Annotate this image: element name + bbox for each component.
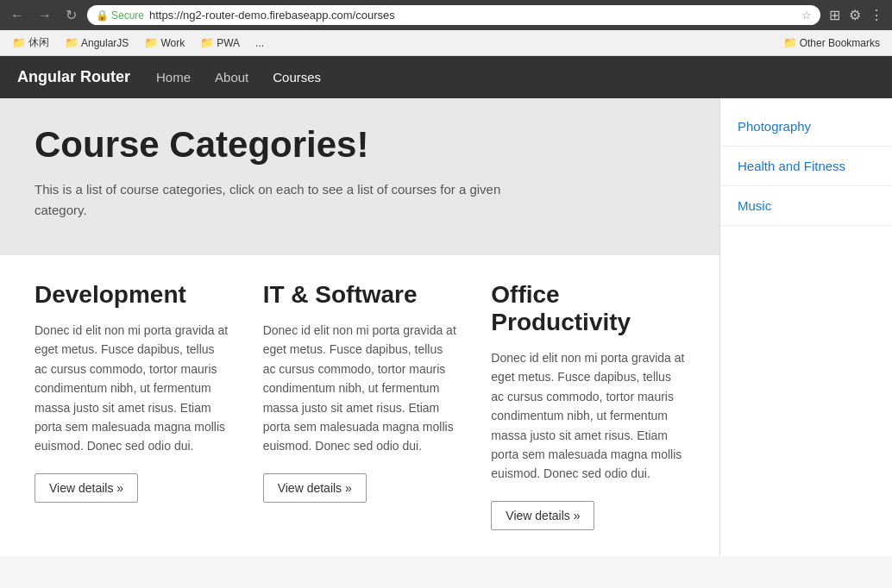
browser-more-icon[interactable]: ⋮ [868,5,885,25]
view-details-it-software[interactable]: View details » [263,473,367,503]
browser-chrome: ← → ↻ 🔒 Secure https://ng2-router-demo.f… [0,0,892,30]
secure-label: 🔒 Secure [96,9,144,22]
browser-menu-icon[interactable]: ⊞ [827,5,842,25]
sidebar: Photography Health and Fitness Music [719,98,892,556]
sidebar-link-health-fitness[interactable]: Health and Fitness [720,147,892,186]
folder-icon: 📁 [65,36,79,49]
bookmark-leisure[interactable]: 📁 休闲 [7,34,54,52]
bookmark-star-icon[interactable]: ☆ [801,9,812,22]
folder-icon: 📁 [12,36,26,49]
main-content: Course Categories! This is a list of cou… [0,98,719,556]
category-description-development: Donec id elit non mi porta gravida at eg… [35,321,229,456]
browser-icons: ⊞ ⚙ ⋮ [827,5,885,25]
reload-button[interactable]: ↻ [62,5,80,25]
address-url: https://ng2-router-demo.firebaseapp.com/… [149,9,395,22]
nav-courses[interactable]: Courses [261,56,333,98]
hero-description: This is a list of course categories, cli… [35,179,552,221]
categories-section: Development Donec id elit non mi porta g… [0,255,719,556]
category-card-development: Development Donec id elit non mi porta g… [35,281,229,530]
app-brand: Angular Router [17,56,130,98]
category-description-office: Donec id elit non mi porta gravida at eg… [491,348,685,484]
folder-icon: 📁 [200,36,214,49]
view-details-office[interactable]: View details » [491,501,594,530]
folder-icon: 📁 [783,36,797,49]
back-button[interactable]: ← [7,6,28,25]
page-title: Course Categories! [35,124,685,166]
bookmark-work[interactable]: 📁 Work [139,34,190,51]
bookmark-other[interactable]: 📁 Other Bookmarks [778,34,885,51]
category-description-it-software: Donec id elit non mi porta gravida at eg… [263,321,457,456]
nav-about[interactable]: About [203,56,261,98]
bookmark-pwa[interactable]: 📁 PWA [195,34,245,51]
sidebar-link-photography[interactable]: Photography [720,107,892,147]
app-navbar: Angular Router Home About Courses [0,56,892,98]
view-details-development[interactable]: View details » [35,473,138,503]
address-bar[interactable]: 🔒 Secure https://ng2-router-demo.firebas… [87,5,820,25]
sidebar-link-music[interactable]: Music [720,186,892,226]
bookmark-angularjs[interactable]: 📁 AngularJS [60,34,134,51]
folder-icon: 📁 [144,36,158,49]
category-card-it-software: IT & Software Donec id elit non mi porta… [263,281,457,530]
bookmarks-bar: 📁 休闲 📁 AngularJS 📁 Work 📁 PWA ... 📁 Othe… [0,30,892,56]
category-title-development: Development [35,281,229,309]
category-card-office: Office Productivity Donec id elit non mi… [491,281,685,530]
nav-home[interactable]: Home [144,56,203,98]
forward-button[interactable]: → [35,6,55,25]
browser-ext-icon[interactable]: ⚙ [847,5,863,25]
hero-section: Course Categories! This is a list of cou… [0,98,719,255]
category-title-it-software: IT & Software [263,281,457,309]
category-title-office: Office Productivity [491,281,685,336]
bookmark-more[interactable]: ... [250,35,269,51]
page-layout: Course Categories! This is a list of cou… [0,98,892,556]
